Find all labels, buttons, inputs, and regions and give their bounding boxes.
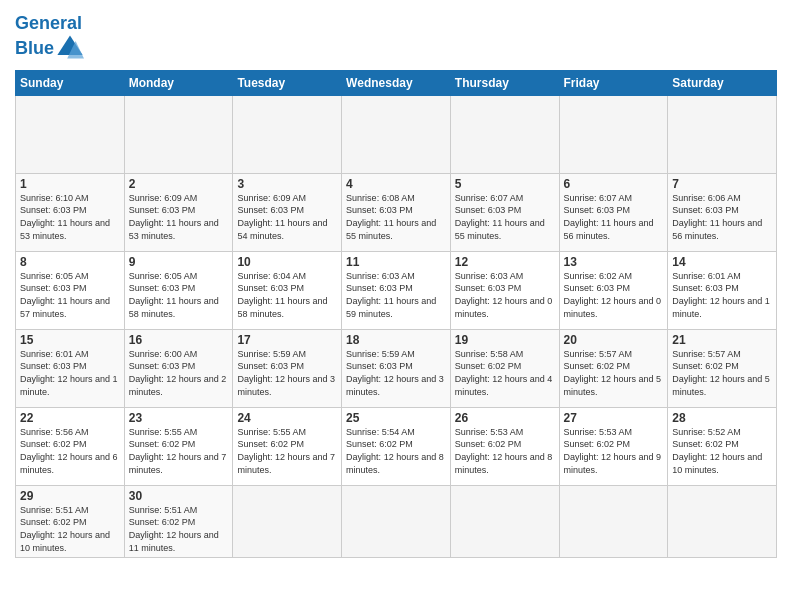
day-info: Sunrise: 5:51 AMSunset: 6:02 PMDaylight:… (129, 504, 229, 554)
day-number: 15 (20, 333, 120, 347)
day-number: 14 (672, 255, 772, 269)
day-number: 12 (455, 255, 555, 269)
day-number: 17 (237, 333, 337, 347)
day-info: Sunrise: 6:05 AMSunset: 6:03 PMDaylight:… (20, 270, 120, 320)
calendar-cell: 25Sunrise: 5:54 AMSunset: 6:02 PMDayligh… (342, 407, 451, 485)
day-number: 13 (564, 255, 664, 269)
day-info: Sunrise: 6:00 AMSunset: 6:03 PMDaylight:… (129, 348, 229, 398)
calendar-cell (233, 95, 342, 173)
day-info: Sunrise: 5:55 AMSunset: 6:02 PMDaylight:… (129, 426, 229, 476)
calendar-cell: 15Sunrise: 6:01 AMSunset: 6:03 PMDayligh… (16, 329, 125, 407)
calendar-cell: 19Sunrise: 5:58 AMSunset: 6:02 PMDayligh… (450, 329, 559, 407)
calendar-cell: 7Sunrise: 6:06 AMSunset: 6:03 PMDaylight… (668, 173, 777, 251)
day-info: Sunrise: 6:02 AMSunset: 6:03 PMDaylight:… (564, 270, 664, 320)
day-info: Sunrise: 6:04 AMSunset: 6:03 PMDaylight:… (237, 270, 337, 320)
day-info: Sunrise: 6:05 AMSunset: 6:03 PMDaylight:… (129, 270, 229, 320)
day-number: 18 (346, 333, 446, 347)
calendar-cell: 16Sunrise: 6:00 AMSunset: 6:03 PMDayligh… (124, 329, 233, 407)
day-info: Sunrise: 5:52 AMSunset: 6:02 PMDaylight:… (672, 426, 772, 476)
calendar-cell: 6Sunrise: 6:07 AMSunset: 6:03 PMDaylight… (559, 173, 668, 251)
logo: General Blue (15, 14, 84, 64)
day-info: Sunrise: 6:01 AMSunset: 6:03 PMDaylight:… (20, 348, 120, 398)
calendar-cell: 30Sunrise: 5:51 AMSunset: 6:02 PMDayligh… (124, 485, 233, 557)
day-number: 5 (455, 177, 555, 191)
logo-text: General (15, 14, 84, 34)
calendar-cell: 20Sunrise: 5:57 AMSunset: 6:02 PMDayligh… (559, 329, 668, 407)
day-number: 3 (237, 177, 337, 191)
logo-text-blue: Blue (15, 39, 54, 59)
calendar-body: 1Sunrise: 6:10 AMSunset: 6:03 PMDaylight… (16, 95, 777, 557)
day-number: 21 (672, 333, 772, 347)
calendar-cell (16, 95, 125, 173)
calendar-week-row: 8Sunrise: 6:05 AMSunset: 6:03 PMDaylight… (16, 251, 777, 329)
calendar-cell: 9Sunrise: 6:05 AMSunset: 6:03 PMDaylight… (124, 251, 233, 329)
calendar-cell (450, 95, 559, 173)
calendar-cell: 14Sunrise: 6:01 AMSunset: 6:03 PMDayligh… (668, 251, 777, 329)
calendar-cell (559, 95, 668, 173)
day-number: 22 (20, 411, 120, 425)
day-info: Sunrise: 5:56 AMSunset: 6:02 PMDaylight:… (20, 426, 120, 476)
day-number: 4 (346, 177, 446, 191)
calendar-cell: 3Sunrise: 6:09 AMSunset: 6:03 PMDaylight… (233, 173, 342, 251)
calendar-header-cell: Wednesday (342, 70, 451, 95)
day-number: 30 (129, 489, 229, 503)
calendar-cell: 12Sunrise: 6:03 AMSunset: 6:03 PMDayligh… (450, 251, 559, 329)
calendar-cell: 17Sunrise: 5:59 AMSunset: 6:03 PMDayligh… (233, 329, 342, 407)
calendar-cell: 10Sunrise: 6:04 AMSunset: 6:03 PMDayligh… (233, 251, 342, 329)
header: General Blue (15, 10, 777, 64)
page-container: General Blue SundayMondayTuesdayWednesda… (0, 0, 792, 568)
calendar-cell: 21Sunrise: 5:57 AMSunset: 6:02 PMDayligh… (668, 329, 777, 407)
calendar-cell: 24Sunrise: 5:55 AMSunset: 6:02 PMDayligh… (233, 407, 342, 485)
calendar-cell (668, 95, 777, 173)
calendar-header-cell: Friday (559, 70, 668, 95)
day-number: 28 (672, 411, 772, 425)
day-info: Sunrise: 5:54 AMSunset: 6:02 PMDaylight:… (346, 426, 446, 476)
day-info: Sunrise: 5:53 AMSunset: 6:02 PMDaylight:… (564, 426, 664, 476)
day-number: 16 (129, 333, 229, 347)
day-info: Sunrise: 6:10 AMSunset: 6:03 PMDaylight:… (20, 192, 120, 242)
day-info: Sunrise: 5:58 AMSunset: 6:02 PMDaylight:… (455, 348, 555, 398)
calendar-cell: 13Sunrise: 6:02 AMSunset: 6:03 PMDayligh… (559, 251, 668, 329)
day-number: 23 (129, 411, 229, 425)
calendar-cell: 23Sunrise: 5:55 AMSunset: 6:02 PMDayligh… (124, 407, 233, 485)
day-info: Sunrise: 5:55 AMSunset: 6:02 PMDaylight:… (237, 426, 337, 476)
calendar-cell: 22Sunrise: 5:56 AMSunset: 6:02 PMDayligh… (16, 407, 125, 485)
day-info: Sunrise: 5:51 AMSunset: 6:02 PMDaylight:… (20, 504, 120, 554)
calendar-cell (342, 95, 451, 173)
calendar-week-row: 15Sunrise: 6:01 AMSunset: 6:03 PMDayligh… (16, 329, 777, 407)
calendar-cell: 4Sunrise: 6:08 AMSunset: 6:03 PMDaylight… (342, 173, 451, 251)
calendar-cell: 26Sunrise: 5:53 AMSunset: 6:02 PMDayligh… (450, 407, 559, 485)
calendar-cell (342, 485, 451, 557)
day-info: Sunrise: 5:57 AMSunset: 6:02 PMDaylight:… (672, 348, 772, 398)
day-number: 19 (455, 333, 555, 347)
day-number: 27 (564, 411, 664, 425)
day-info: Sunrise: 6:07 AMSunset: 6:03 PMDaylight:… (564, 192, 664, 242)
day-info: Sunrise: 6:08 AMSunset: 6:03 PMDaylight:… (346, 192, 446, 242)
calendar-cell (233, 485, 342, 557)
calendar-header-row: SundayMondayTuesdayWednesdayThursdayFrid… (16, 70, 777, 95)
day-number: 7 (672, 177, 772, 191)
day-number: 10 (237, 255, 337, 269)
calendar-cell (450, 485, 559, 557)
calendar-cell: 28Sunrise: 5:52 AMSunset: 6:02 PMDayligh… (668, 407, 777, 485)
day-info: Sunrise: 5:59 AMSunset: 6:03 PMDaylight:… (346, 348, 446, 398)
calendar-cell: 8Sunrise: 6:05 AMSunset: 6:03 PMDaylight… (16, 251, 125, 329)
day-info: Sunrise: 6:03 AMSunset: 6:03 PMDaylight:… (455, 270, 555, 320)
day-number: 6 (564, 177, 664, 191)
calendar-cell (559, 485, 668, 557)
calendar-header-cell: Tuesday (233, 70, 342, 95)
day-info: Sunrise: 5:59 AMSunset: 6:03 PMDaylight:… (237, 348, 337, 398)
calendar-cell (668, 485, 777, 557)
day-number: 26 (455, 411, 555, 425)
calendar-week-row (16, 95, 777, 173)
calendar-cell: 1Sunrise: 6:10 AMSunset: 6:03 PMDaylight… (16, 173, 125, 251)
day-number: 25 (346, 411, 446, 425)
day-info: Sunrise: 6:09 AMSunset: 6:03 PMDaylight:… (237, 192, 337, 242)
calendar-week-row: 29Sunrise: 5:51 AMSunset: 6:02 PMDayligh… (16, 485, 777, 557)
calendar-header-cell: Saturday (668, 70, 777, 95)
calendar-cell: 5Sunrise: 6:07 AMSunset: 6:03 PMDaylight… (450, 173, 559, 251)
calendar-cell: 29Sunrise: 5:51 AMSunset: 6:02 PMDayligh… (16, 485, 125, 557)
day-number: 11 (346, 255, 446, 269)
day-number: 8 (20, 255, 120, 269)
day-info: Sunrise: 5:57 AMSunset: 6:02 PMDaylight:… (564, 348, 664, 398)
